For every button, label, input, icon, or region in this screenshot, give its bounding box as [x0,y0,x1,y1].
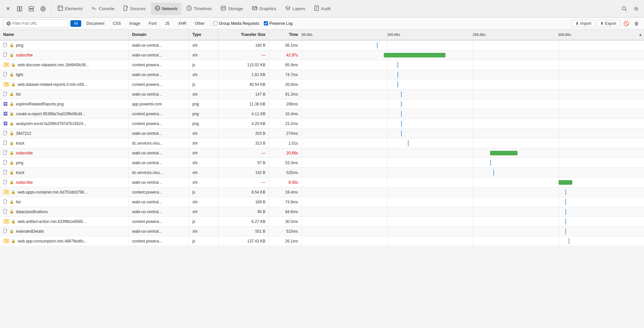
grid-line [387,119,388,128]
td-time: 1.01s [269,138,302,148]
tab-network[interactable]: Network [151,3,182,15]
table-row[interactable]: JS 🔒 web.app-consumption.min.48879ed6c..… [0,236,644,246]
svg-point-21 [256,7,257,8]
doc-icon [3,199,7,205]
tab-network-label: Network [162,6,178,11]
table-row[interactable]: 🔒 list wabi-us-central... xhr 147 B 91.3… [0,89,644,99]
timeline-collapse-button[interactable]: ▲ [638,32,642,37]
table-row[interactable]: 🔒 ping wabi-us-central... xhr 97 B 53.3m… [0,158,644,168]
timeline-tick [565,199,566,205]
table-row[interactable]: 🖼 🔒 analyzeIn-excel.fa209fc0787d7b15624.… [0,119,644,129]
grid-line [387,89,388,99]
grid-line [387,109,388,118]
td-time: 74.7ms [269,70,302,79]
export-button[interactable]: ⬆ Export [597,20,620,27]
layout1-button[interactable] [14,4,25,14]
search-button[interactable] [619,4,630,14]
row-name: web.artifact-action.min.633f9b1e6585... [18,219,86,224]
group-media-checkbox[interactable]: Group Media Requests [213,21,259,26]
td-timeline [302,109,644,118]
target-button[interactable] [38,4,48,14]
table-row[interactable]: 🔒 list wabi-us-central... xhr 169 B 74.9… [0,197,644,207]
table-row[interactable]: 🔒 extendedDetails wabi-us-central... xhr… [0,226,644,236]
layout2-button[interactable] [26,4,37,14]
table-row[interactable]: 🔒 track dc.services.visu... xhr 313 B 1.… [0,138,644,148]
td-type: xhr [189,50,218,60]
toolbar-right [619,4,641,14]
table-row[interactable]: 🔒 3847212 wabi-us-central... xhr 203 B 2… [0,129,644,138]
filter-xhr-button[interactable]: XHR [175,20,189,27]
td-time: 206ms [269,99,302,109]
td-time: 56.1ms [269,40,302,50]
grid-line [473,80,473,89]
table-row[interactable]: JS 🔒 web.apps-container.min.6d753dd3798.… [0,187,644,197]
td-timeline [302,148,644,158]
filter-document-button[interactable]: Document [83,20,108,27]
clear-button[interactable]: 🗑 [632,19,641,28]
tab-graphics[interactable]: Graphics [248,3,280,15]
preserve-log-checkbox[interactable]: Preserve Log [264,21,292,26]
filter-font-button[interactable]: Font [145,20,160,27]
filter-css-button[interactable]: CSS [110,20,124,27]
grid-line [473,60,473,70]
td-timeline [302,217,644,226]
row-name: subscribe [16,53,33,57]
row-name: 3847212 [16,131,31,136]
lock-icon: 🔒 [9,92,14,96]
table-row[interactable]: 🔒 dataclassifications wabi-us-central...… [0,207,644,217]
table-row[interactable]: 🔒 track dc.services.visu... xhr 142 B 52… [0,168,644,178]
td-time: 26.1ms [269,236,302,246]
filter-toggle-button[interactable]: 🚫 [622,19,630,28]
lock-icon: 🔒 [11,219,16,224]
png-icon: 🖼 [3,102,7,106]
th-domain: Domain [129,29,189,40]
filter-all-button[interactable]: All [70,20,81,27]
tab-audit[interactable]: Audit [310,3,335,15]
grid-line [559,168,559,177]
td-domain: content.powera... [129,60,189,70]
filter-other-button[interactable]: Other [191,20,208,27]
table-row[interactable]: 🔒 subscribe wabi-us-central... xhr — 20.… [0,148,644,158]
grid-line [387,70,388,79]
td-domain: app.powerbi.com [129,99,189,109]
table-row[interactable]: JS 🔒 web.artifact-action.min.633f9b1e658… [0,217,644,226]
table-row[interactable]: 🖼 🔒 create-a-report.85386a7ea029fe06cbf.… [0,109,644,119]
table-row[interactable]: 🔒 subscribe wabi-us-central... xhr — 42.… [0,50,644,60]
tab-layers[interactable]: Layers [281,3,309,15]
preserve-log-input[interactable] [264,21,268,25]
filter-image-button[interactable]: Image [126,20,143,27]
td-size: 11.36 KB [218,99,269,109]
th-transfer-size: Transfer Size [218,29,269,40]
preserve-log-label: Preserve Log [269,21,292,26]
import-label: Import [580,21,591,26]
tab-console[interactable]: Console [88,3,118,15]
svg-rect-36 [4,150,6,155]
grid-line [387,148,388,158]
tab-sources[interactable]: Sources [120,3,150,15]
table-row[interactable]: 🔒 subscribe wabi-us-central... xhr — 8.5… [0,178,644,187]
td-type: xhr [189,178,218,187]
td-time: 53.3ms [269,158,302,167]
table-row[interactable]: JS 🔒 web.dataset-related-reports.0.min.e… [0,80,644,89]
doc-icon [3,150,7,156]
tab-timelines[interactable]: Timelines [183,3,216,15]
table-row[interactable]: 🔒 light wabi-us-central... xhr 1.81 KB 7… [0,70,644,80]
td-size: 4.20 KB [218,119,269,128]
timeline-label-200: 200.00s [558,33,571,37]
row-name: light [16,72,23,77]
table-row[interactable]: 🔒 ping wabi-us-central... xhr 180 B 56.1… [0,40,644,50]
td-type: xhr [189,168,218,177]
settings-button[interactable] [631,4,641,14]
td-domain: wabi-us-central... [129,129,189,138]
td-name: 🖼 🔒 exploreRelatedReports.png [0,99,129,109]
group-media-input[interactable] [213,21,217,25]
close-button[interactable]: ✕ [3,4,13,14]
td-time: 30.5ms [269,217,302,226]
table-row[interactable]: JS 🔒 web.discover-datasets.min.18d945fc0… [0,60,644,70]
tab-elements[interactable]: Elements [54,3,86,15]
filter-js-button[interactable]: JS [162,20,173,27]
table-row[interactable]: 🖼 🔒 exploreRelatedReports.png app.powerb… [0,99,644,109]
filter-url-input[interactable] [12,21,66,26]
tab-storage[interactable]: Storage [217,3,247,15]
import-button[interactable]: ⬇ Import [572,20,595,27]
